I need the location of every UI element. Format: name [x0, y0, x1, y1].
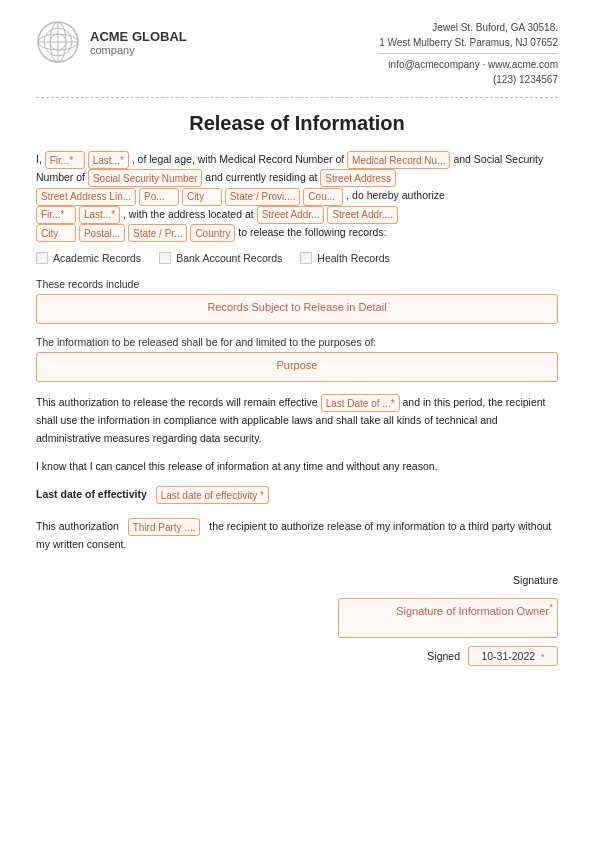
state-prov2-field[interactable]: State / Pr...	[128, 224, 187, 242]
third-party-paragraph: This authorization Third Party .... the …	[36, 518, 558, 554]
checkboxes-row: Academic Records Bank Account Records He…	[36, 252, 558, 264]
header-address: Jewel St. Buford, GA 30518. 1 West Mulbe…	[379, 20, 558, 87]
para1-pre: I,	[36, 153, 42, 165]
purpose-label: The information to be released shall be …	[36, 336, 558, 348]
company-name: ACME GLOBAL	[90, 29, 187, 44]
last-date-effectivity-field[interactable]: Last date of effectivity *	[156, 486, 269, 504]
postal-field[interactable]: Postal...	[79, 224, 125, 242]
company-info: ACME GLOBAL company	[90, 29, 187, 56]
last-name-field[interactable]: Last...*	[88, 151, 129, 169]
signature-block: Signature Signature of Information Owner…	[338, 574, 558, 666]
signed-row: Signed 10-31-2022 *	[338, 646, 558, 666]
address-line2: 1 West Mulberry St. Paramus, NJ 07652	[379, 35, 558, 50]
po-box-field[interactable]: Po...	[139, 188, 179, 206]
city1-field[interactable]: City	[182, 188, 222, 206]
cancel-paragraph: I know that I can cancel this release of…	[36, 458, 558, 476]
signature-field[interactable]: Signature of Information Owner *	[338, 598, 558, 638]
country1-field[interactable]: Cou...	[303, 188, 343, 206]
records-include-label: These records include	[36, 278, 558, 290]
records-detail-field[interactable]: Records Subject to Release in Detail	[36, 294, 558, 324]
street-address-line-field[interactable]: Street Address Lin...	[36, 188, 136, 206]
last-date-label: Last date of effectivity	[36, 488, 147, 500]
signature-required: *	[549, 602, 553, 612]
checkbox-health[interactable]: Health Records	[300, 252, 389, 264]
street-addr3-field[interactable]: Street Addr....	[327, 206, 398, 224]
para1-mid5: , with the address located at	[123, 208, 254, 220]
purpose-field[interactable]: Purpose	[36, 352, 558, 382]
para1-mid3: and currently residing at	[205, 171, 317, 183]
state-prov1-field[interactable]: State / Provi....	[225, 188, 301, 206]
third-party-field[interactable]: Third Party ....	[128, 518, 201, 536]
health-checkbox[interactable]	[300, 252, 312, 264]
academic-label: Academic Records	[53, 252, 141, 264]
date-required: *	[541, 652, 545, 662]
header: ACME GLOBAL company Jewel St. Buford, GA…	[36, 20, 558, 87]
signed-label: Signed	[427, 650, 460, 662]
address-line3: info@acmecompany · www.acme.com	[379, 57, 558, 72]
first2-field[interactable]: Fir...*	[36, 206, 76, 224]
address-line1: Jewel St. Buford, GA 30518.	[379, 20, 558, 35]
address-line4: (123) 1234567	[379, 72, 558, 87]
para1-end: to release the following records:	[238, 226, 386, 238]
para1-mid1: , of legal age, with Medical Record Numb…	[132, 153, 344, 165]
para1-mid4: , do hereby authorize	[346, 189, 445, 201]
city2-field[interactable]: City	[36, 224, 76, 242]
doc-title: Release of Information	[36, 112, 558, 135]
signed-date-field[interactable]: 10-31-2022 *	[468, 646, 558, 666]
company-sub: company	[90, 44, 187, 56]
first-name-field[interactable]: Fir...*	[45, 151, 85, 169]
checkbox-bank[interactable]: Bank Account Records	[159, 252, 282, 264]
bank-label: Bank Account Records	[176, 252, 282, 264]
street-address-field[interactable]: Street Address	[320, 169, 396, 187]
country2-field[interactable]: Country	[190, 224, 235, 242]
logo-area: ACME GLOBAL company	[36, 20, 187, 64]
health-label: Health Records	[317, 252, 389, 264]
medical-record-field[interactable]: Medical Record Nu...	[347, 151, 450, 169]
ssn-field[interactable]: Social Security Number	[88, 169, 202, 187]
street-addr2-field[interactable]: Street Addr...	[257, 206, 325, 224]
paragraph-1: I, Fir...* Last...* , of legal age, with…	[36, 151, 558, 242]
checkbox-academic[interactable]: Academic Records	[36, 252, 141, 264]
academic-checkbox[interactable]	[36, 252, 48, 264]
signature-section-label: Signature	[513, 574, 558, 586]
last2-field[interactable]: Last...*	[79, 206, 120, 224]
signature-wrapper: Signature Signature of Information Owner…	[36, 574, 558, 666]
header-divider	[36, 97, 558, 98]
logo-icon	[36, 20, 80, 64]
last-date-row: Last date of effectivity Last date of ef…	[36, 486, 558, 504]
signed-date-value: 10-31-2022	[481, 650, 535, 662]
signature-field-text: Signature of Information Owner	[396, 605, 549, 617]
last-date-field[interactable]: Last Date of ...*	[321, 394, 400, 412]
third-party-pre: This authorization	[36, 520, 119, 532]
auth-para-pre: This authorization to release the record…	[36, 396, 318, 408]
auth-paragraph: This authorization to release the record…	[36, 394, 558, 448]
bank-checkbox[interactable]	[159, 252, 171, 264]
